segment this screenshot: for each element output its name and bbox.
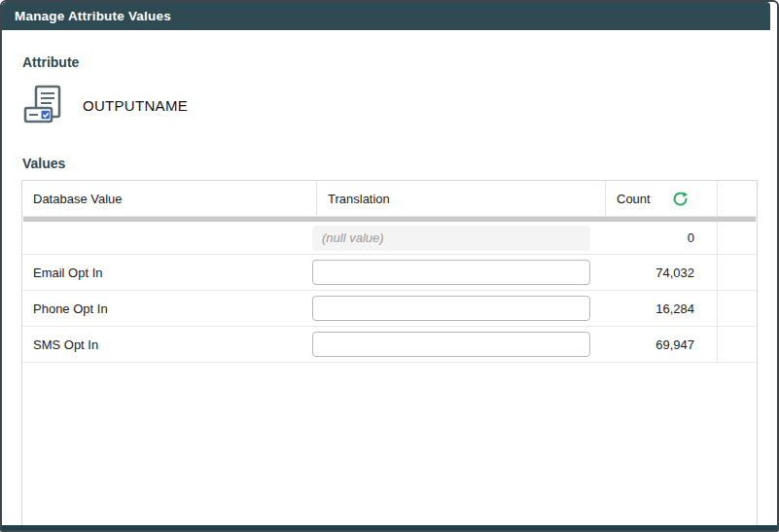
translation-input[interactable]	[312, 296, 590, 321]
translation-cell	[316, 327, 605, 362]
refresh-counts-icon[interactable]	[672, 191, 689, 207]
spacer-cell	[717, 222, 757, 254]
bottom-bar	[2, 525, 777, 530]
values-table: Database Value Translation Count	[21, 180, 758, 528]
database-value-cell: SMS Opt In	[22, 327, 316, 362]
table-row: 0	[22, 222, 757, 255]
column-header-database-value: Database Value	[22, 181, 316, 216]
attribute-section-label: Attribute	[21, 54, 758, 70]
attribute-document-icon	[21, 84, 70, 126]
translation-cell	[316, 255, 605, 290]
spacer-column-header	[717, 181, 757, 216]
column-header-count: Count	[605, 181, 717, 216]
database-value-cell	[22, 222, 316, 254]
spacer-cell	[717, 291, 757, 326]
table-row: Phone Opt In 16,284	[22, 291, 757, 327]
translation-input[interactable]	[312, 332, 590, 357]
spacer-cell	[717, 327, 757, 362]
table-body: 0 Email Opt In 74,032 Phone Opt In 16,28…	[22, 222, 757, 363]
spacer-cell	[717, 255, 757, 290]
dialog-content: Attribute OUTPUTNAME Values	[2, 54, 777, 528]
dialog-title: Manage Attribute Values	[15, 9, 171, 23]
database-value-cell: Phone Opt In	[22, 291, 316, 326]
count-cell: 16,284	[605, 291, 717, 326]
attribute-name: OUTPUTNAME	[83, 97, 188, 114]
translation-cell	[316, 222, 605, 254]
translation-input	[312, 226, 590, 251]
column-header-translation: Translation	[316, 181, 605, 216]
count-cell: 74,032	[605, 255, 717, 290]
count-cell: 69,947	[605, 327, 717, 362]
database-value-cell: Email Opt In	[22, 255, 316, 290]
manage-attribute-values-dialog: Manage Attribute Values Attribute OUTPUT…	[0, 0, 779, 532]
values-section-label: Values	[21, 156, 758, 171]
table-row: Email Opt In 74,032	[22, 255, 757, 291]
count-cell: 0	[605, 222, 717, 254]
table-row: SMS Opt In 69,947	[22, 327, 757, 363]
translation-cell	[316, 291, 605, 326]
table-header-row: Database Value Translation Count	[22, 181, 757, 217]
attribute-row: OUTPUTNAME	[21, 83, 758, 127]
translation-input[interactable]	[312, 260, 590, 285]
count-header-label: Count	[617, 192, 651, 206]
dialog-titlebar: Manage Attribute Values	[2, 2, 770, 30]
